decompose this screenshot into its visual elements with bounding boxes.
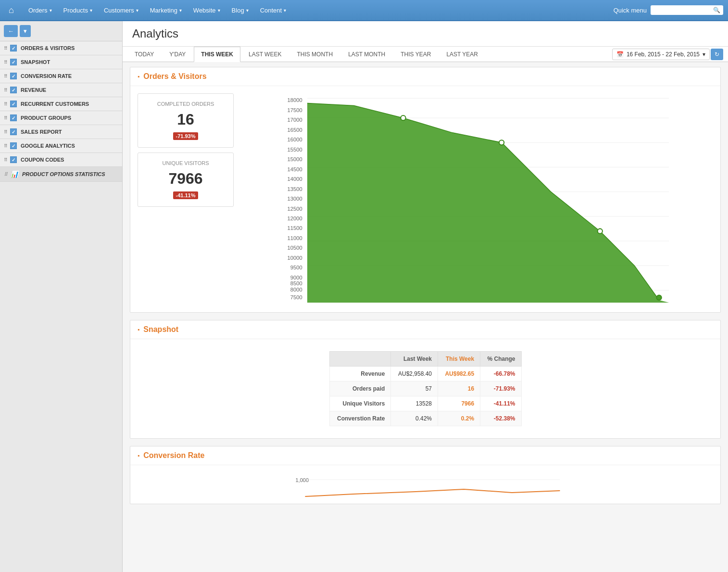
sidebar-item-coupon-codes[interactable]: ⠿ ✓ COUPON CODES <box>0 153 122 167</box>
checkbox-orders-visitors[interactable]: ✓ <box>10 45 17 51</box>
quick-menu-button[interactable]: Quick menu <box>614 7 647 14</box>
unique-visitors-card: UNIQUE VISITORS 7966 -41.11% <box>138 153 234 207</box>
conversion-rate-title: Conversion Rate <box>143 451 204 460</box>
sidebar-item-sales-report[interactable]: ⠿ ✓ SALES REPORT <box>0 125 122 139</box>
refresh-button[interactable]: ↻ <box>711 49 723 60</box>
conversion-rate-section: ▪ Conversion Rate 1,000 <box>130 446 721 504</box>
chevron-down-icon: ▾ <box>136 8 138 13</box>
svg-text:13000: 13000 <box>287 196 302 202</box>
checkbox-product-groups[interactable]: ✓ <box>10 114 17 121</box>
chevron-down-icon: ▾ <box>90 8 92 13</box>
row-change: -71.93% <box>480 381 521 396</box>
svg-text:8500: 8500 <box>290 280 302 286</box>
checkbox-conversion-rate[interactable]: ✓ <box>10 73 17 79</box>
collapse-icon[interactable]: ▪ <box>138 326 139 333</box>
ov-stats: COMPLETED ORDERS 16 -71.93% UNIQUE VISIT… <box>138 93 234 207</box>
row-this-week: AU$982.65 <box>438 367 480 381</box>
row-change: -41.11% <box>480 396 521 411</box>
collapse-icon[interactable]: ▪ <box>138 452 139 459</box>
drag-handle-icon: ⠿ <box>4 172 7 177</box>
tab-today[interactable]: TODAY <box>127 47 161 62</box>
search-icon[interactable]: 🔍 <box>713 7 720 13</box>
nav-orders[interactable]: Orders ▾ <box>23 4 58 17</box>
sidebar-item-google-analytics[interactable]: ⠿ ✓ GOOGLE ANALYTICS <box>0 139 122 153</box>
sidebar-item-product-options[interactable]: ⠿ 📊 PRODUCT OPTIONS STATISTICS <box>0 167 122 182</box>
sidebar-item-recurrent-customers[interactable]: ⠿ ✓ RECURRENT CUSTOMERS <box>0 97 122 111</box>
nav-products[interactable]: Products ▾ <box>58 4 98 17</box>
tab-last-week[interactable]: LAST WEEK <box>241 47 289 62</box>
svg-text:9000: 9000 <box>290 275 302 280</box>
sidebar-item-snapshot[interactable]: ⠿ ✓ SNAPSHOT <box>0 55 122 69</box>
checkbox-google-analytics[interactable]: ✓ <box>10 142 17 149</box>
search-box: 🔍 <box>651 5 723 15</box>
collapse-icon[interactable]: ▪ <box>138 73 139 80</box>
svg-text:15500: 15500 <box>287 147 302 153</box>
checkbox-revenue[interactable]: ✓ <box>10 87 17 93</box>
page-header: Analytics <box>123 21 728 47</box>
home-icon[interactable]: ⌂ <box>5 3 18 17</box>
drag-handle-icon: ⠿ <box>4 143 7 149</box>
svg-text:7500: 7500 <box>290 294 302 300</box>
forward-button[interactable]: ▾ <box>20 25 31 37</box>
nav-marketing[interactable]: Marketing ▾ <box>144 4 188 17</box>
tab-this-week[interactable]: THIS WEEK <box>194 47 240 62</box>
row-this-week: 7966 <box>438 396 480 411</box>
sections: ▪ Orders & Visitors COMPLETED ORDERS 16 … <box>123 62 728 516</box>
tab-this-month[interactable]: THIS MONTH <box>289 47 340 62</box>
checkbox-sales-report[interactable]: ✓ <box>10 128 17 135</box>
svg-text:17500: 17500 <box>287 107 302 113</box>
checkbox-recurrent-customers[interactable]: ✓ <box>10 101 17 107</box>
calendar-icon: 📅 <box>616 51 624 58</box>
svg-text:15000: 15000 <box>287 156 302 162</box>
chart-icon: 📊 <box>10 170 18 178</box>
row-this-week: 0.2% <box>438 411 480 426</box>
tab-this-year[interactable]: THIS YEAR <box>393 47 438 62</box>
drag-handle-icon: ⠿ <box>4 88 7 93</box>
checkbox-snapshot[interactable]: ✓ <box>10 59 17 65</box>
nav-content[interactable]: Content ▾ <box>254 4 292 17</box>
back-button[interactable]: ← <box>4 25 18 37</box>
snapshot-table: Last Week This Week % Change Revenue AU$… <box>329 351 522 426</box>
checkbox-coupon-codes[interactable]: ✓ <box>10 156 17 163</box>
main-content: Analytics TODAY Y'DAY THIS WEEK LAST WEE… <box>123 21 728 572</box>
sidebar-item-product-groups[interactable]: ⠿ ✓ PRODUCT GROUPS <box>0 111 122 125</box>
unique-visitors-value: 7966 <box>145 170 226 188</box>
conversion-rate-header: ▪ Conversion Rate <box>130 446 720 465</box>
drag-handle-icon: ⠿ <box>4 157 7 163</box>
table-row: Converstion Rate 0.42% 0.2% -52.38% <box>329 411 521 426</box>
col-header-change: % Change <box>480 352 521 367</box>
orders-visitors-header: ▪ Orders & Visitors <box>130 67 720 86</box>
drag-handle-icon: ⠿ <box>4 115 7 121</box>
tab-yday[interactable]: Y'DAY <box>162 47 193 62</box>
nav-website[interactable]: Website ▾ <box>188 4 226 17</box>
tab-last-month[interactable]: LAST MONTH <box>341 47 392 62</box>
row-change: -52.38% <box>480 411 521 426</box>
snapshot-title: Snapshot <box>143 325 178 334</box>
drag-handle-icon: ⠿ <box>4 74 7 79</box>
top-navigation: ⌂ Orders ▾ Products ▾ Customers ▾ Market… <box>0 0 728 21</box>
sidebar-item-revenue[interactable]: ⠿ ✓ REVENUE <box>0 83 122 97</box>
sidebar-item-conversion-rate[interactable]: ⠿ ✓ CONVERSION RATE <box>0 69 122 83</box>
svg-text:8000: 8000 <box>290 287 302 292</box>
chevron-down-icon: ▾ <box>703 51 705 58</box>
svg-point-33 <box>401 115 405 120</box>
date-range-picker[interactable]: 📅 16 Feb, 2015 - 22 Feb, 2015 ▾ <box>612 49 710 60</box>
svg-point-36 <box>656 295 661 300</box>
nav-customers[interactable]: Customers ▾ <box>98 4 144 17</box>
chart-svg: 18000 17500 17000 16500 16000 15500 1500… <box>241 93 713 305</box>
row-this-week: 16 <box>438 381 480 396</box>
sidebar: ← ▾ ⠿ ✓ ORDERS & VISITORS ⠿ ✓ SNAPSHOT ⠿… <box>0 21 123 572</box>
col-header-empty <box>329 352 391 367</box>
orders-visitors-chart: 18000 17500 17000 16500 16000 15500 1500… <box>241 93 713 305</box>
search-input[interactable] <box>653 7 711 13</box>
svg-marker-32 <box>307 103 669 302</box>
drag-handle-icon: ⠿ <box>4 102 7 107</box>
snapshot-body: Last Week This Week % Change Revenue AU$… <box>130 339 720 438</box>
snapshot-table-wrapper: Last Week This Week % Change Revenue AU$… <box>138 346 713 431</box>
svg-text:9500: 9500 <box>290 265 302 270</box>
svg-text:13500: 13500 <box>287 186 302 192</box>
svg-text:18000: 18000 <box>287 97 302 103</box>
tab-last-year[interactable]: LAST YEAR <box>439 47 485 62</box>
sidebar-item-orders-visitors[interactable]: ⠿ ✓ ORDERS & VISITORS <box>0 41 122 55</box>
nav-blog[interactable]: Blog ▾ <box>226 4 254 17</box>
